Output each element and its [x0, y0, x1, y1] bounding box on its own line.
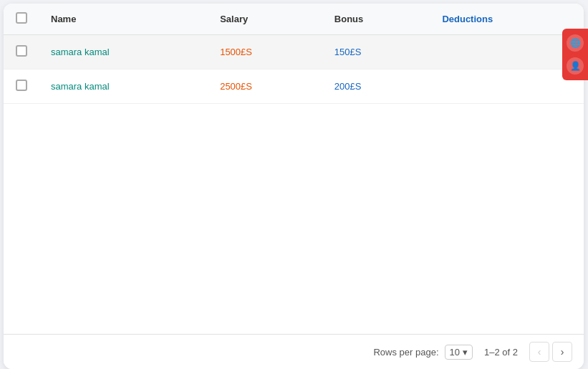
- header-salary-col: Salary: [208, 4, 323, 35]
- row-name-cell: samara kamal: [39, 70, 208, 104]
- header-bonus-col: Bonus: [323, 4, 431, 35]
- row-bonus-cell: 200£S: [323, 70, 431, 104]
- table-row: samara kamal 2500£S 200£S: [4, 70, 584, 104]
- rows-per-page-value: 10: [450, 347, 460, 358]
- table-footer: Rows per page: 10 ▾ 1–2 of 2 ‹ ›: [4, 334, 584, 369]
- select-all-checkbox[interactable]: [16, 12, 27, 24]
- prev-page-button[interactable]: ‹: [529, 342, 549, 362]
- table-container: Name Salary Bonus Deductions: [4, 4, 584, 369]
- row-checkbox[interactable]: [16, 45, 27, 57]
- header-salary-label: Salary: [220, 14, 248, 24]
- rows-per-page-select[interactable]: 10 ▾: [445, 345, 473, 360]
- globe-icon: 🌐: [567, 34, 584, 52]
- row-checkbox-cell: [4, 70, 39, 104]
- row-checkbox[interactable]: [16, 80, 27, 91]
- chevron-down-icon: ▾: [463, 347, 468, 358]
- table-scroll: Name Salary Bonus Deductions: [4, 4, 584, 334]
- row-bonus-cell: 150£S: [323, 35, 431, 70]
- header-deductions-col: Deductions: [430, 4, 584, 35]
- header-deductions-label: Deductions: [442, 14, 493, 24]
- row-checkbox-cell: [4, 35, 39, 70]
- data-table: Name Salary Bonus Deductions: [4, 4, 584, 104]
- rows-per-page-label: Rows per page:: [373, 347, 438, 358]
- header-bonus-label: Bonus: [334, 14, 363, 24]
- header-checkbox-col: [4, 4, 39, 35]
- person-icon: 👤: [567, 57, 584, 75]
- page-wrapper: Name Salary Bonus Deductions: [0, 0, 588, 369]
- header-name-col: Name: [39, 4, 208, 35]
- pagination-info: 1–2 of 2: [484, 347, 518, 358]
- header-name-label: Name: [51, 14, 76, 24]
- row-deductions-cell: [430, 35, 584, 70]
- table-header-row: Name Salary Bonus Deductions: [4, 4, 584, 35]
- side-panel-button[interactable]: 🌐 👤: [562, 29, 588, 80]
- row-salary-cell: 1500£S: [208, 35, 323, 70]
- next-page-button[interactable]: ›: [552, 342, 572, 362]
- table-body: samara kamal 1500£S 150£S samara kamal 2…: [4, 35, 584, 104]
- rows-per-page-section: Rows per page: 10 ▾: [373, 345, 473, 360]
- pagination-nav: ‹ ›: [529, 342, 572, 362]
- row-deductions-cell: [430, 70, 584, 104]
- row-name-cell: samara kamal: [39, 35, 208, 70]
- row-salary-cell: 2500£S: [208, 70, 323, 104]
- table-row: samara kamal 1500£S 150£S: [4, 35, 584, 70]
